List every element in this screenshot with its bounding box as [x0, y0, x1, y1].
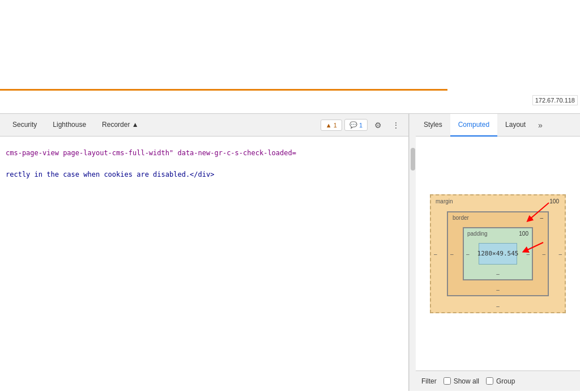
- box-model-content: 1280×49.545: [479, 243, 517, 265]
- show-all-label: Show all: [454, 377, 479, 385]
- tab-computed[interactable]: Computed: [450, 114, 497, 137]
- padding-left-dash: –: [466, 250, 470, 257]
- content-dimensions: 1280×49.545: [477, 250, 519, 257]
- margin-val: 100: [549, 198, 559, 204]
- orange-progress-line: [0, 89, 447, 91]
- code-line-1: cms-page-view page-layout-cms-full-width…: [6, 148, 403, 159]
- ip-label: 172.67.70.118: [532, 95, 578, 105]
- left-panel: Security Lighthouse Recorder ▲ ▲ 1 💬 1 ⚙…: [0, 114, 416, 391]
- border-bottom-dash: –: [496, 287, 500, 293]
- box-model-area: margin 100 – – – border – – – – padding: [416, 137, 580, 370]
- warning-count: 1: [334, 122, 337, 129]
- border-val: –: [540, 215, 543, 221]
- border-right-dash: –: [542, 250, 545, 257]
- scrollbar[interactable]: [409, 114, 416, 391]
- padding-bottom-dash: –: [496, 271, 500, 277]
- tab-styles[interactable]: Styles: [416, 114, 450, 137]
- margin-label: margin: [436, 198, 453, 204]
- gear-button[interactable]: ⚙: [370, 117, 386, 133]
- margin-right-dash: –: [558, 250, 562, 257]
- padding-val: 100: [519, 231, 528, 237]
- tab-lighthouse[interactable]: Lighthouse: [45, 114, 94, 137]
- left-content: Security Lighthouse Recorder ▲ ▲ 1 💬 1 ⚙…: [0, 114, 409, 391]
- margin-left-dash: –: [434, 250, 437, 257]
- info-count: 1: [359, 122, 362, 129]
- right-panel: Styles Computed Layout » margin 100 – – …: [416, 114, 580, 391]
- group-checkbox[interactable]: [486, 377, 493, 385]
- more-options-button[interactable]: ⋮: [388, 117, 404, 133]
- warning-badge-button[interactable]: ▲ 1: [321, 120, 342, 131]
- show-all-checkbox[interactable]: [443, 377, 451, 385]
- devtools-tabs-bar: Security Lighthouse Recorder ▲ ▲ 1 💬 1 ⚙…: [0, 114, 408, 137]
- filter-bar: Filter Show all Group: [416, 370, 580, 391]
- recorder-icon: ▲: [132, 121, 139, 129]
- group-checkbox-group[interactable]: Group: [486, 377, 515, 385]
- code-line-3: rectly in the case when cookies are disa…: [6, 169, 403, 180]
- scrollbar-thumb[interactable]: [411, 148, 415, 171]
- code-line-2: [6, 159, 403, 169]
- margin-bottom-dash: –: [496, 303, 500, 309]
- tab-security[interactable]: Security: [5, 114, 45, 137]
- info-badge-button[interactable]: 💬 1: [344, 119, 368, 131]
- tab-recorder[interactable]: Recorder ▲: [94, 114, 147, 137]
- tab-layout[interactable]: Layout: [497, 114, 534, 137]
- group-label: Group: [496, 377, 515, 385]
- border-left-dash: –: [450, 250, 454, 257]
- code-editor-area: cms-page-view page-layout-cms-full-width…: [0, 137, 408, 391]
- right-tabs-bar: Styles Computed Layout »: [416, 114, 580, 137]
- border-label: border: [453, 215, 469, 221]
- top-area: [0, 0, 580, 91]
- tab-more-button[interactable]: »: [534, 114, 547, 137]
- padding-label: padding: [467, 231, 488, 237]
- devtools-panel: Security Lighthouse Recorder ▲ ▲ 1 💬 1 ⚙…: [0, 113, 580, 391]
- show-all-checkbox-group[interactable]: Show all: [443, 377, 479, 385]
- tabs-right-controls: ▲ 1 💬 1 ⚙ ⋮: [321, 117, 404, 133]
- padding-right-dash: –: [526, 250, 530, 257]
- warning-icon: ▲: [326, 122, 332, 129]
- info-icon: 💬: [349, 121, 357, 129]
- filter-label: Filter: [421, 377, 437, 385]
- tab-recorder-label: Recorder: [102, 121, 130, 129]
